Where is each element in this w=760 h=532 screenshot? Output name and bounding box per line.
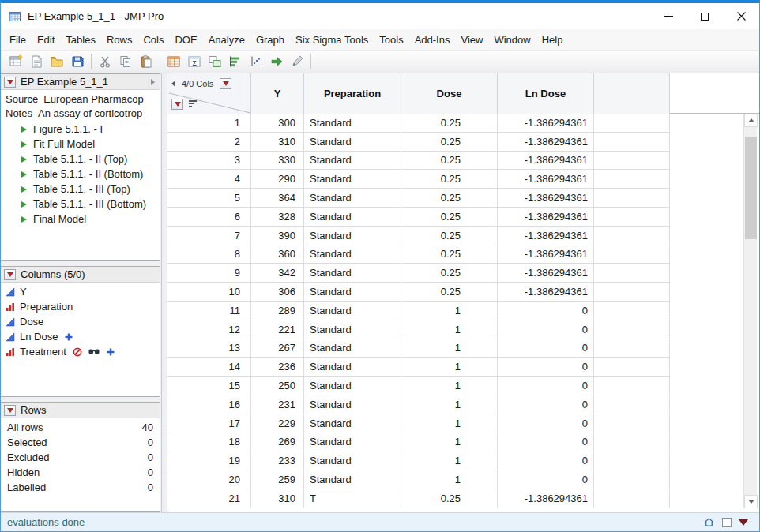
row-number[interactable]: 6 [167,208,251,227]
row-number[interactable]: 10 [167,283,251,302]
cell-preparation[interactable]: Standard [304,170,401,189]
row-number[interactable]: 20 [167,470,251,489]
menu-graph[interactable]: Graph [250,31,290,49]
cell-preparation[interactable]: Standard [304,358,401,377]
cell-y[interactable]: 236 [251,358,304,377]
cell-preparation[interactable]: Standard [304,414,401,433]
row-number[interactable]: 2 [167,133,251,152]
cell-y[interactable]: 328 [251,208,304,227]
rows-menu-icon[interactable] [171,99,183,110]
menu-doe[interactable]: DOE [169,31,202,49]
menu-window[interactable]: Window [488,31,536,49]
annotate-button[interactable] [287,52,307,71]
row-number[interactable]: 18 [167,433,251,452]
rows-red-triangle-menu-icon[interactable] [4,405,16,416]
cell-ln-dose[interactable]: -1.386294361 [498,170,594,189]
cell-preparation[interactable]: T [304,489,401,508]
summary-table-button[interactable]: Σ [184,52,205,71]
cell-preparation[interactable]: Standard [304,339,401,358]
cell-y[interactable]: 390 [251,227,304,245]
cell-y[interactable]: 360 [251,245,304,264]
script-item-table-5-1-1-iii-bottom[interactable]: Table 5.1.1. - III (Bottom) [1,197,160,212]
cell-preparation[interactable]: Standard [304,395,401,414]
cell-dose[interactable]: 0.25 [401,264,498,283]
column-item-dose[interactable]: Dose [1,314,160,329]
cell-y[interactable]: 364 [251,189,304,208]
open-button[interactable] [47,52,67,71]
row-number[interactable]: 13 [167,339,251,358]
scrollbar-thumb[interactable] [745,137,757,239]
cell-y[interactable]: 229 [251,414,304,433]
cell-dose[interactable]: 0.25 [401,133,498,152]
cell-ln-dose[interactable]: 0 [498,377,594,395]
row-number[interactable]: 7 [167,227,251,245]
cell-y[interactable]: 290 [251,170,304,189]
script-item-table-5-1-1-ii-top[interactable]: Table 5.1.1. - II (Top) [1,152,160,167]
row-number[interactable]: 4 [167,170,251,189]
paste-button[interactable] [136,52,156,71]
column-header-ln-dose[interactable]: Ln Dose [498,73,594,114]
column-item-y[interactable]: Y [1,284,160,299]
cell-dose[interactable]: 0.25 [401,189,498,208]
row-selector-icon[interactable] [189,100,197,107]
unhide-columns-icon[interactable] [171,81,175,87]
row-number[interactable]: 12 [167,320,251,339]
cell-ln-dose[interactable]: -1.386294361 [498,114,594,133]
columns-red-triangle-menu-icon[interactable] [4,269,16,280]
cell-preparation[interactable]: Standard [304,264,401,283]
home-icon[interactable] [703,516,715,528]
cell-dose[interactable]: 0.25 [401,489,498,508]
cell-ln-dose[interactable]: 0 [498,302,594,320]
window-indicator-icon[interactable] [722,518,732,527]
cell-y[interactable]: 310 [251,133,304,152]
cell-dose[interactable]: 0.25 [401,152,498,170]
cell-ln-dose[interactable]: 0 [498,433,594,452]
cell-ln-dose[interactable]: 0 [498,451,594,470]
script-item-figure-5-1-1-i[interactable]: Figure 5.1.1. - I [1,122,160,137]
panel-splitter[interactable] [161,73,167,512]
row-number[interactable]: 19 [167,451,251,470]
row-number[interactable]: 11 [167,302,251,320]
cell-preparation[interactable]: Standard [304,433,401,452]
cell-ln-dose[interactable]: -1.386294361 [498,189,594,208]
row-number[interactable]: 17 [167,414,251,433]
cell-dose[interactable]: 1 [401,470,498,489]
cell-y[interactable]: 233 [251,451,304,470]
cell-ln-dose[interactable]: 0 [498,470,594,489]
script-item-fit-full-model[interactable]: Fit Full Model [1,137,160,152]
row-number[interactable]: 14 [167,358,251,377]
menu-cols[interactable]: Cols [137,31,169,49]
cell-preparation[interactable]: Standard [304,470,401,489]
menu-tables[interactable]: Tables [60,31,101,49]
row-number[interactable]: 15 [167,377,251,395]
column-header-preparation[interactable]: Preparation [304,73,401,114]
cell-ln-dose[interactable]: 0 [498,395,594,414]
maximize-button[interactable] [687,3,723,29]
cell-ln-dose[interactable]: 0 [498,320,594,339]
cell-y[interactable]: 259 [251,470,304,489]
cell-dose[interactable]: 1 [401,414,498,433]
cell-y[interactable]: 306 [251,283,304,302]
cell-y[interactable]: 250 [251,377,304,395]
menu-rows[interactable]: Rows [101,31,138,49]
cell-ln-dose[interactable]: -1.386294361 [498,227,594,245]
row-number[interactable]: 3 [167,152,251,170]
cut-button[interactable] [95,52,115,71]
cell-ln-dose[interactable]: -1.386294361 [498,208,594,227]
cell-ln-dose[interactable]: -1.386294361 [498,264,594,283]
cell-ln-dose[interactable]: -1.386294361 [498,283,594,302]
menu-add-ins[interactable]: Add-Ins [409,31,456,49]
cell-y[interactable]: 221 [251,320,304,339]
cell-dose[interactable]: 1 [401,339,498,358]
cell-dose[interactable]: 1 [401,358,498,377]
cell-dose[interactable]: 0.25 [401,227,498,245]
cell-dose[interactable]: 1 [401,302,498,320]
cell-dose[interactable]: 1 [401,320,498,339]
cell-dose[interactable]: 1 [401,451,498,470]
columns-menu-icon[interactable] [220,78,231,89]
script-item-table-5-1-1-ii-bottom[interactable]: Table 5.1.1. - II (Bottom) [1,167,160,182]
menu-help[interactable]: Help [536,31,569,49]
row-number[interactable]: 8 [167,245,251,264]
collapse-panel-icon[interactable] [151,79,155,85]
cell-y[interactable]: 330 [251,152,304,170]
